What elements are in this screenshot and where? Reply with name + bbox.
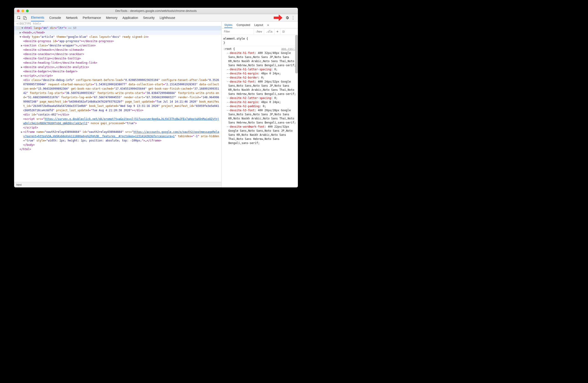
svg-rect-3 [282,31,284,32]
badger-node[interactable]: <devsite-badger></devsite-badger> [14,69,221,74]
main-content: <!DOCTYPE html> •••▼<html lang="en" dir=… [14,22,298,187]
tab-styles[interactable]: Styles [224,23,232,28]
script-node[interactable]: ▶<script>…</script> [14,74,221,78]
devtools-window: DevTools - developers.google.com/web/too… [14,8,298,187]
more-menu-icon[interactable]: ⋮ [290,15,296,21]
debug-div-node[interactable]: <div class="devsite-debug-info" configur… [14,78,221,113]
window-title: DevTools - developers.google.com/web/too… [14,9,298,13]
css-property[interactable]: --devsite-wordmark-font: 400 22px/32px G… [223,125,296,145]
styles-filter-input[interactable] [222,30,253,33]
css-property[interactable]: --devsite-h1-letter-spacing: 0; [223,67,296,71]
css-property[interactable]: --devsite-h2-margin: 48px 0 24px; [223,100,296,104]
css-property[interactable]: --devsite-h2-letter-spacing: 0; [223,96,296,100]
styles-filter-bar: :hov .cls + [222,28,298,35]
tooltip-node[interactable]: <devsite-tooltip></devsite-tooltip> [14,57,221,61]
traffic-lights [14,10,29,12]
iframe-node[interactable]: ▶<iframe name="oauth2relay438944664" id=… [14,130,221,143]
head-node[interactable]: ▶<head>…</head> [14,30,221,35]
tab-performance[interactable]: Performance [83,14,101,21]
device-toolbar-icon[interactable] [22,15,28,21]
tab-layout[interactable]: Layout [254,23,263,27]
html-root-node[interactable]: •••▼<html lang="en" dir="ltr"> == $0 [14,26,221,30]
progress-node[interactable]: <devsite-progress id="app-progress"></de… [14,39,221,43]
titlebar: DevTools - developers.google.com/web/too… [14,8,298,14]
css-property[interactable]: --devsite-h3-font: 400 20px/28px Google … [223,108,296,125]
css-property[interactable]: --devsite-h1-font: 400 32px/40px Google … [223,51,296,67]
contain-div-node[interactable]: <div id="contain-402"></div> [14,113,221,117]
snackbar-node[interactable]: <devsite-snackbar></devsite-snackbar> [14,52,221,57]
styles-panel: Styles Computed Layout » :hov .cls + ele… [222,22,298,187]
css-property[interactable]: --devsite-h1-margin: 48px 0 24px; [223,71,296,76]
source-link[interactable]: app.css:1 [281,47,296,51]
analytics-node[interactable]: ▶<devsite-analytics>…</devsite-analytics… [14,65,221,69]
close-window-button[interactable] [17,10,20,12]
ellipsis-icon: ••• [16,27,21,30]
zoom-window-button[interactable] [26,10,29,12]
add-rule-icon[interactable]: + [274,28,280,35]
html-close-node[interactable]: </html> [14,147,221,152]
css-property[interactable]: --devsite-h2-border: 0; [223,76,296,80]
doctype-node[interactable]: <!DOCTYPE html> [14,22,221,26]
tab-computed[interactable]: Computed [236,23,250,27]
tab-memory[interactable]: Memory [106,14,118,21]
annotation-arrow [273,14,283,22]
sidebar-tabs: Styles Computed Layout » [222,22,298,28]
settings-gear-icon[interactable] [284,15,290,21]
tab-security[interactable]: Security [143,14,155,21]
tab-application[interactable]: Application [123,14,138,21]
svg-rect-2 [25,17,26,19]
inspect-element-icon[interactable] [16,15,22,21]
heading-link-node[interactable]: <devsite-heading-link></devsite-heading-… [14,61,221,65]
breadcrumb[interactable]: html [14,182,221,187]
hover-toggle[interactable]: :hov [253,28,264,35]
body-close-node[interactable]: </body> [14,143,221,147]
css-property[interactable]: --devsite-h2-padding: 0; [223,104,296,108]
main-toolbar: Elements Console Network Performance Mem… [14,14,298,22]
tab-elements[interactable]: Elements [31,14,44,21]
tab-network[interactable]: Network [66,14,78,21]
dom-tree[interactable]: <!DOCTYPE html> •••▼<html lang="en" dir=… [14,22,221,182]
body-open-node[interactable]: ▼<body type="article" theme="google-blue… [14,35,221,39]
tab-lighthouse[interactable]: Lighthouse [160,14,175,21]
elements-panel: <!DOCTYPE html> •••▼<html lang="en" dir=… [14,22,222,187]
survey-script-node[interactable]: <script src="https://survey.g.doubleclic… [14,117,221,130]
minimize-window-button[interactable] [21,10,24,12]
sitemask-node[interactable]: <devsite-sitemask></devsite-sitemask> [14,48,221,52]
computed-sidebar-icon[interactable] [280,28,286,35]
cls-toggle[interactable]: .cls [264,28,274,35]
styles-list[interactable]: element.style { } app.css:1 :root { --de… [222,35,298,187]
more-tabs-icon[interactable]: » [267,23,269,27]
tab-console[interactable]: Console [49,14,61,21]
element-style-section[interactable]: element.style { } [223,36,296,46]
root-section[interactable]: app.css:1 :root { --devsite-h1-font: 400… [223,46,296,146]
section-node[interactable]: ▶<section class="devsite-wrapper">…</sec… [14,43,221,48]
scrollbar-thumb[interactable] [295,35,298,74]
panel-tabs: Elements Console Network Performance Mem… [31,14,175,21]
css-property[interactable]: --devsite-h2-font: 400 24px/32px Google … [223,80,296,96]
